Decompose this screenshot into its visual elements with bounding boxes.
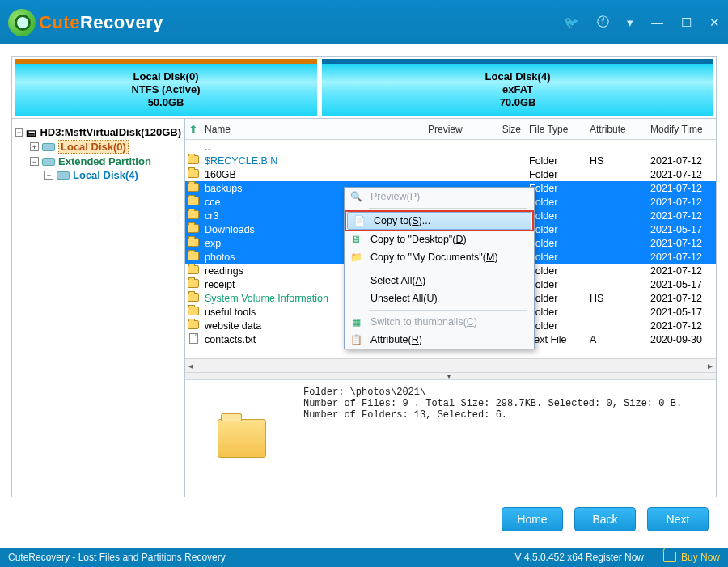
file-name: $RECYCLE.BIN	[201, 155, 428, 167]
folder-icon	[188, 293, 199, 302]
file-attr: A	[590, 334, 650, 345]
file-modified: 2021-07-12	[650, 169, 716, 180]
menu-select-all[interactable]: Select All(A)	[345, 272, 534, 290]
app-logo: CuteRecovery	[8, 9, 163, 36]
cart-icon	[663, 552, 676, 562]
col-type[interactable]: File Type	[529, 124, 590, 135]
col-attr[interactable]: Attribute	[590, 124, 650, 135]
disk-size: 70.0GB	[500, 96, 536, 109]
file-modified: 2021-07-12	[650, 238, 716, 249]
tree-item-local0[interactable]: Local Disk(0)	[58, 140, 129, 154]
expand-icon[interactable]	[44, 171, 53, 180]
file-type: Folder	[529, 155, 590, 167]
file-modified: 2021-05-17	[650, 224, 716, 235]
file-type: Folder	[529, 169, 590, 180]
disk-card-0[interactable]: Local Disk(0) NTFS (Active) 50.0GB	[15, 59, 317, 116]
file-modified: 2021-07-12	[650, 210, 716, 222]
back-button[interactable]: Back	[574, 507, 636, 531]
table-row[interactable]: 160GBFolder2021-07-12	[185, 167, 716, 181]
col-preview[interactable]: Preview	[428, 124, 485, 135]
tree-item-local4[interactable]: Local Disk(4)	[73, 169, 138, 181]
splitter-handle[interactable]	[185, 372, 716, 379]
file-modified: 2021-07-12	[650, 252, 716, 263]
folder-icon	[188, 265, 199, 274]
drive-icon	[42, 158, 55, 166]
file-modified: 2021-07-12	[650, 183, 716, 194]
folder-icon: 📁	[348, 251, 364, 264]
status-bar: CuteRecovery - Lost Files and Partitions…	[0, 548, 728, 567]
up-arrow-icon[interactable]: ⬆	[185, 123, 201, 136]
folder-icon	[188, 279, 199, 288]
expand-icon[interactable]	[30, 142, 39, 151]
file-name: ..	[201, 142, 428, 153]
drive-icon	[57, 171, 70, 180]
menu-copy-to[interactable]: 📄Copy to(S)...	[347, 212, 531, 230]
menu-copy-documents[interactable]: 📁Copy to "My Documents"(M)	[345, 248, 534, 266]
thumbnail	[185, 380, 298, 497]
dropdown-icon[interactable]: ▾	[627, 15, 633, 30]
app-name: CuteRecovery	[39, 12, 163, 33]
file-modified: 2021-07-12	[650, 320, 716, 332]
grid-icon: ▦	[348, 315, 364, 328]
preview-pane: Folder: \photos\2021\ Number of Files: 9…	[185, 379, 716, 497]
menu-copy-desktop[interactable]: 🖥Copy to "Desktop"(D)	[345, 231, 534, 248]
file-modified: 2021-07-12	[650, 197, 716, 208]
tree-root[interactable]: HD3:MsftVirtualDisk(120GB)	[40, 126, 181, 138]
file-type: Folder	[529, 224, 590, 235]
collapse-icon[interactable]	[15, 128, 23, 137]
drive-icon	[42, 143, 55, 151]
file-modified: 2021-07-12	[650, 293, 716, 304]
maximize-icon[interactable]: ☐	[681, 15, 692, 30]
collapse-icon[interactable]	[30, 157, 39, 166]
folder-icon	[188, 307, 199, 315]
nav-buttons: Home Back Next	[11, 497, 717, 536]
horizontal-scrollbar[interactable]: ◄►	[185, 358, 716, 372]
menu-attribute[interactable]: 📋Attribute(R)	[345, 331, 534, 349]
desktop-icon: 🖥	[348, 233, 364, 246]
col-name[interactable]: Name	[201, 124, 428, 135]
minimize-icon[interactable]: —	[651, 15, 663, 29]
twitter-icon[interactable]: 🐦	[564, 15, 579, 30]
file-type: Folder	[529, 320, 590, 332]
device-tree[interactable]: 🖴 HD3:MsftVirtualDisk(120GB) Local Disk(…	[12, 119, 185, 497]
col-size[interactable]: Size	[485, 124, 529, 135]
title-bar: CuteRecovery 🐦 ⓕ ▾ — ☐ ✕	[0, 0, 728, 44]
folder-icon	[188, 197, 199, 205]
file-type: Text File	[529, 334, 590, 345]
file-type: Folder	[529, 265, 590, 277]
menu-preview: 🔍Preview(P)	[345, 188, 534, 205]
disk-selector: Local Disk(0) NTFS (Active) 50.0GB Local…	[11, 56, 717, 119]
home-button[interactable]: Home	[502, 507, 563, 531]
disk-title: Local Disk(4)	[485, 70, 551, 83]
file-modified: 2020-09-30	[650, 334, 716, 345]
hdd-icon: 🖴	[26, 126, 36, 138]
properties-icon: 📋	[348, 333, 364, 346]
file-modified: 2021-05-17	[650, 307, 716, 318]
col-modify[interactable]: Modify Time	[650, 124, 716, 135]
disk-size: 50.0GB	[148, 96, 184, 109]
folder-icon	[218, 419, 266, 458]
folder-icon	[188, 224, 199, 233]
disk-card-4[interactable]: Local Disk(4) exFAT 70.0GB	[322, 59, 713, 116]
tree-item-extended[interactable]: Extended Partition	[58, 155, 151, 167]
column-headers: ⬆ Name Preview Size File Type Attribute …	[185, 119, 716, 140]
file-attr: HS	[590, 293, 650, 304]
facebook-icon[interactable]: ⓕ	[597, 15, 609, 30]
magnifier-icon	[8, 9, 36, 36]
context-menu: 🔍Preview(P) 📄Copy to(S)... 🖥Copy to "Des…	[344, 187, 535, 349]
folder-icon	[188, 320, 199, 329]
folder-icon	[188, 252, 199, 260]
menu-unselect-all[interactable]: Unselect All(U)	[345, 290, 534, 307]
preview-text: Folder: \photos\2021\ Number of Files: 9…	[298, 380, 716, 497]
close-icon[interactable]: ✕	[709, 15, 720, 30]
table-row[interactable]: ..	[185, 140, 716, 154]
menu-thumbnails: ▦Switch to thumbnails(C)	[345, 313, 534, 331]
next-button[interactable]: Next	[647, 507, 709, 531]
version-text[interactable]: V 4.5.0.452 x64 Register Now	[515, 552, 644, 563]
text-file-icon	[189, 333, 198, 344]
table-row[interactable]: $RECYCLE.BINFolderHS2021-07-12	[185, 154, 716, 167]
file-type: Folder	[529, 279, 590, 290]
buy-now-link[interactable]: Buy Now	[663, 552, 720, 563]
file-type: Folder	[529, 252, 590, 263]
file-type: Folder	[529, 238, 590, 249]
